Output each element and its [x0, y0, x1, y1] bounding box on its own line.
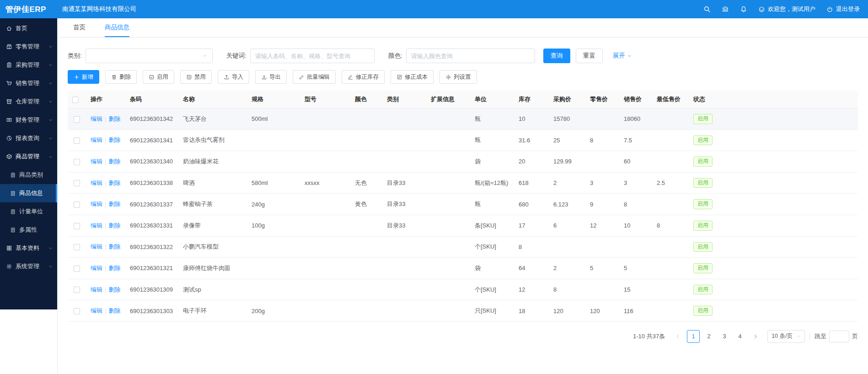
expand-link[interactable]: 展开 [613, 52, 632, 60]
row-checkbox[interactable] [74, 308, 80, 314]
cell-category: 目录33 [382, 172, 426, 194]
edit-link[interactable]: 编辑 [91, 307, 102, 314]
cell-min-price [652, 151, 689, 173]
toolbar-button[interactable]: 列设置 [439, 70, 477, 84]
delete-link[interactable]: 删除 [108, 158, 120, 165]
sidebar: 首页 零售管理 采购管理 [0, 18, 58, 374]
table-row: 编辑|删除 6901236301309 测试sp 个[SKU] 12 [68, 279, 858, 300]
page-button[interactable]: 3 [718, 330, 731, 343]
sidebar-item[interactable]: 基本资料 [0, 239, 57, 257]
category-select[interactable] [86, 49, 213, 63]
row-checkbox[interactable] [74, 223, 80, 229]
select-all-checkbox[interactable] [72, 97, 79, 103]
delete-link[interactable]: 删除 [108, 307, 120, 314]
delete-link[interactable]: 删除 [108, 265, 120, 271]
delete-link[interactable]: 删除 [108, 179, 120, 186]
toolbar-button[interactable]: 新增 [68, 70, 99, 84]
toolbar-button[interactable]: 启用 [143, 70, 174, 84]
cell-ext-info [426, 194, 470, 215]
delete-link[interactable]: 删除 [108, 222, 120, 229]
delete-link[interactable]: 删除 [108, 201, 120, 207]
chevron-down-icon [202, 53, 208, 59]
jump-input[interactable] [829, 331, 849, 342]
cell-stock: 20 [514, 151, 549, 173]
tab[interactable]: 首页 [73, 18, 86, 37]
cell-spec [247, 236, 300, 258]
sidebar-subitem[interactable]: 多属性 [0, 221, 57, 239]
cell-category [382, 300, 426, 322]
tab[interactable]: 商品信息 [105, 18, 129, 37]
sidebar-item[interactable]: 零售管理 [0, 38, 57, 56]
cell-sale-price: 10 [619, 215, 652, 236]
sidebar-item[interactable]: 首页 [0, 19, 57, 38]
toolbar-button[interactable]: 修正成本 [391, 70, 434, 84]
toolbar-button[interactable]: 批量编辑 [293, 70, 336, 84]
cell-retail-price: 5 [585, 258, 619, 279]
page-button[interactable]: 4 [734, 330, 746, 343]
cell-spec [247, 279, 300, 300]
sidebar-item[interactable]: 采购管理 [0, 56, 57, 74]
sidebar-item[interactable]: 商品管理 [0, 147, 57, 166]
sidebar-item[interactable]: 财务管理 [0, 111, 57, 129]
toolbar-button[interactable]: 修正库存 [342, 70, 385, 84]
edit-link[interactable]: 编辑 [91, 286, 102, 293]
table-row: 编辑|删除 6901236301321 康师傅红烧牛肉面 袋 64 [68, 258, 858, 279]
page-size-select[interactable]: 10 条/页 [767, 330, 805, 343]
keyword-input[interactable] [250, 49, 375, 63]
mall-icon[interactable] [722, 5, 729, 13]
chevron-down-icon [48, 118, 53, 123]
delete-link[interactable]: 删除 [108, 115, 120, 122]
edit-link[interactable]: 编辑 [91, 115, 102, 122]
edit-link[interactable]: 编辑 [91, 136, 102, 143]
row-checkbox[interactable] [74, 180, 80, 186]
edit-link[interactable]: 编辑 [91, 179, 102, 186]
page-button[interactable]: 1 [687, 330, 700, 343]
cell-name: 飞天茅台 [178, 108, 247, 130]
row-checkbox[interactable] [74, 244, 80, 250]
delete-link[interactable]: 删除 [108, 243, 120, 250]
edit-link[interactable]: 编辑 [91, 265, 102, 271]
edit-link[interactable]: 编辑 [91, 243, 102, 250]
cell-stock: 8 [514, 236, 549, 258]
edit-link[interactable]: 编辑 [91, 222, 102, 229]
row-checkbox[interactable] [74, 116, 80, 123]
sidebar-item[interactable]: 报表查询 [0, 129, 57, 147]
prev-page-button[interactable] [671, 330, 684, 343]
cell-model [300, 215, 350, 236]
search-icon[interactable] [703, 5, 711, 13]
sidebar-subitem[interactable]: 商品信息 [0, 184, 57, 202]
bell-icon[interactable] [740, 5, 747, 13]
cell-min-price [652, 300, 689, 322]
row-checkbox[interactable] [74, 287, 80, 293]
row-checkbox[interactable] [74, 201, 80, 208]
reset-button[interactable]: 重置 [576, 49, 603, 63]
toolbar-button[interactable]: 禁用 [180, 70, 212, 84]
sidebar-item[interactable]: 销售管理 [0, 74, 57, 92]
search-button[interactable]: 查询 [543, 49, 570, 63]
next-page-button[interactable] [749, 330, 762, 343]
cell-color [350, 130, 382, 151]
toolbar-button[interactable]: 导出 [255, 70, 287, 84]
sidebar-subitem[interactable]: 计量单位 [0, 202, 57, 221]
page-button[interactable]: 2 [702, 330, 715, 343]
color-input[interactable] [406, 49, 535, 63]
row-checkbox[interactable] [74, 137, 80, 144]
cell-model [300, 108, 350, 130]
toolbar-button[interactable]: 导入 [218, 70, 249, 84]
sidebar-item[interactable]: 系统管理 [0, 257, 57, 276]
row-checkbox[interactable] [74, 266, 80, 272]
finance-icon [6, 117, 12, 123]
edit-link[interactable]: 编辑 [91, 158, 102, 165]
toolbar-button[interactable]: 删除 [105, 70, 137, 84]
sidebar-subitem[interactable]: 商品类别 [0, 166, 57, 184]
row-checkbox[interactable] [74, 159, 80, 165]
delete-link[interactable]: 删除 [108, 136, 120, 143]
sidebar-item[interactable]: 仓库管理 [0, 92, 57, 111]
delete-link[interactable]: 删除 [108, 286, 120, 293]
toolbar-button-label: 批量编辑 [307, 73, 330, 81]
welcome-user[interactable]: 欢迎您，测试用户 [758, 5, 815, 13]
cell-retail-price [585, 236, 619, 258]
edit-link[interactable]: 编辑 [91, 201, 102, 207]
page-size-value: 10 条/页 [772, 332, 793, 340]
logout-button[interactable]: 退出登录 [826, 5, 860, 13]
